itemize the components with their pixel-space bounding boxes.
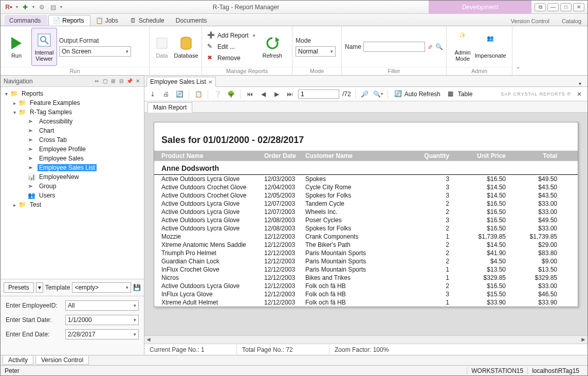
tree-node[interactable]: ➣Employee Profile [1,145,144,154]
help-icon[interactable]: ❔ [212,89,223,99]
tree-node[interactable]: ▾📁R-Tag Samples [1,108,144,117]
refresh-button[interactable]: Refresh [260,28,285,66]
document-tab[interactable]: Employee Sales List✕ [146,77,216,87]
tree-expander-icon[interactable]: ▾ [4,91,9,97]
document-tabs-dropdown[interactable]: ▾ [579,81,585,86]
add-report-button[interactable]: ➕Add Report▾ [205,30,258,41]
tree-node[interactable]: ▸📁Test [1,200,144,209]
tab-documents[interactable]: Documents [172,15,213,26]
tree-node[interactable]: 👥Users [1,191,144,200]
param-combo[interactable]: 1/1/2000▾ [65,315,139,325]
qat-list-icon[interactable]: ▤ [48,2,58,12]
qat-new-icon[interactable]: ✚ [20,2,30,12]
report-viewer[interactable]: Sales for 01/01/2000 - 02/28/2017 Produc… [144,113,587,335]
edit-icon: ✎ [207,43,215,51]
tree-expander-icon[interactable]: ▾ [12,110,17,115]
first-page-icon[interactable]: ⏮ [245,89,255,99]
tree-node[interactable]: 📊EmployeeNew [1,172,144,182]
bottom-tab-version-control[interactable]: Version Control [35,356,89,365]
name-filter-input[interactable] [363,42,425,52]
save-template-icon[interactable]: 💾 [133,284,141,291]
minimize-button[interactable]: — [547,3,559,11]
mode-combo[interactable]: Normal▾ [296,46,336,57]
tree-node[interactable]: ➣Accessibility [1,117,144,126]
table-row: Active Outdoors Lycra Glove12/07/2003Tan… [154,200,578,208]
table-cell: $13.50 [506,266,557,273]
tree-expander-icon[interactable]: ▸ [12,202,17,208]
run-button[interactable]: Run [4,28,29,66]
group-tree-icon[interactable]: 🌳 [226,89,236,99]
zoom-icon[interactable]: 🔍▾ [373,89,383,99]
bottom-tab-activity[interactable]: Activity [3,356,33,365]
template-combo[interactable]: <empty>▾ [72,282,131,293]
scroll-right-icon[interactable]: ► [579,336,587,344]
tree-node[interactable]: ➣Cross Tab [1,135,144,145]
nav-tool-3-icon[interactable]: ⊞ [110,78,116,84]
remove-report-button[interactable]: ✖Remove [205,52,258,64]
tab-commands[interactable]: Commands [5,15,47,26]
print-icon[interactable]: 🖨 [161,89,171,99]
table-button[interactable]: ▦Table [446,88,475,100]
database-button[interactable]: Database [173,28,199,66]
presets-dropdown[interactable]: ▾ [36,282,43,293]
catalog-link[interactable]: Catalog [556,18,587,26]
tree-node[interactable]: ▾📁Reports [1,89,144,98]
table-cell: InFlux Lycra Glove [161,291,264,298]
impersonate-button[interactable]: 👥 Impersonate [477,28,503,66]
auto-refresh-button[interactable]: 🔄Auto Refresh [392,88,443,100]
last-page-icon[interactable]: ⏭ [285,89,295,99]
internal-viewer-button[interactable]: Internal Viewer [31,28,57,66]
next-page-icon[interactable]: ▶ [271,89,282,99]
tab-reports[interactable]: 📄Reports [48,15,90,26]
maximize-button[interactable]: □ [560,3,572,11]
tree-expander-icon[interactable]: ▸ [12,100,17,106]
table-cell: 2 [408,241,449,248]
nav-tool-1-icon[interactable]: ⇔ [94,78,100,84]
nav-tool-4-icon[interactable]: ⊟ [118,78,124,84]
prev-page-icon[interactable]: ◀ [258,89,268,99]
table-cell: 12/12/2003 [264,266,305,273]
find-icon[interactable]: 🔎 [360,89,370,99]
qat-settings-icon[interactable]: ⚙ [36,2,47,12]
horizontal-scrollbar[interactable]: ◄ ► [144,335,587,344]
table-cell: 12/12/2003 [264,274,305,281]
admin-mode-button[interactable]: ✨ Admin Mode [450,28,475,66]
tree-node[interactable]: ➣Employee Sales [1,154,144,163]
tab-schedule[interactable]: 🗓Schedule [125,15,171,26]
tree-node[interactable]: ➣Employee Sales List [1,163,144,172]
qat-drop-1[interactable]: ▾ [15,5,19,9]
nav-pin-icon[interactable]: 📌 [126,78,133,84]
filter-search-icon[interactable]: 🔍 [435,43,443,50]
param-combo[interactable]: 2/28/2017▾ [65,329,139,339]
tab-close-icon[interactable]: ✕ [208,79,212,85]
app-icon[interactable]: R● [4,2,14,12]
tree-node[interactable]: ▸📁Feature Examples [1,98,144,108]
filter-clear-icon[interactable]: 🜸 [427,43,433,50]
ribbon-collapse-icon[interactable]: ⌃ [512,66,524,75]
close-button[interactable]: ✕ [573,3,584,11]
popup-button[interactable]: ⧉ [535,3,546,11]
qat-drop-2[interactable]: ▾ [31,5,35,9]
navigation-tree[interactable]: ▾📁Reports▸📁Feature Examples▾📁R-Tag Sampl… [1,87,144,279]
tree-node[interactable]: ➣Chart [1,126,144,135]
data-button: Data [153,28,171,66]
main-report-tab[interactable]: Main Report [148,102,192,113]
version-control-link[interactable]: Version Control [505,18,556,26]
param-combo[interactable]: All▾ [65,300,139,311]
nav-close-icon[interactable]: ✕ [135,78,141,84]
qat-drop-3[interactable]: ▾ [59,5,63,9]
copy-icon[interactable]: 📋 [193,89,204,99]
output-format-combo[interactable]: On Screen▾ [59,46,131,57]
table-cell: 3 [408,291,449,298]
presets-button[interactable]: Presets [4,282,34,293]
viewer-close-icon[interactable]: ✕ [574,89,584,99]
edit-report-button[interactable]: ✎Edit ... [205,41,258,52]
export-icon[interactable]: ⤓ [148,89,158,99]
nav-tool-2-icon[interactable]: ▢ [102,78,108,84]
page-number-input[interactable] [298,89,339,99]
table-cell: $13.50 [449,266,506,273]
tree-node[interactable]: ➣Group [1,182,144,191]
tab-jobs[interactable]: 📋Jobs [91,15,124,26]
refresh-viewer-icon[interactable]: 🔄 [174,89,185,99]
scroll-left-icon[interactable]: ◄ [144,336,153,344]
